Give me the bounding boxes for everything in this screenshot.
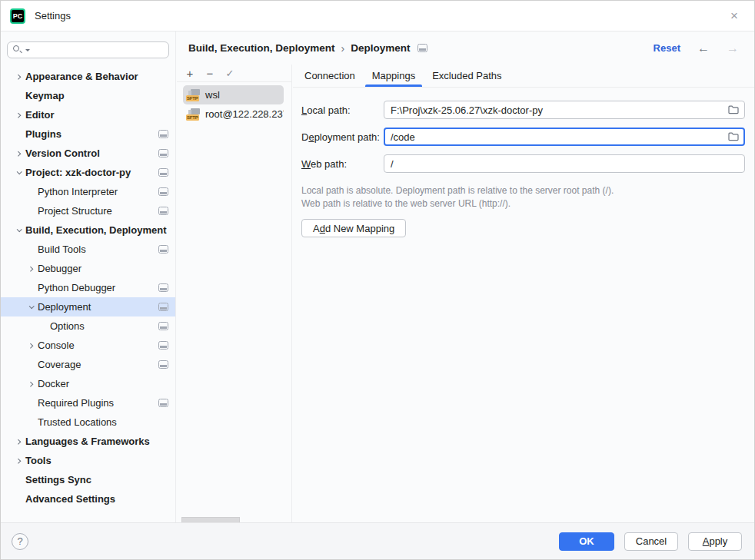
chevron-right-icon[interactable] <box>12 67 25 86</box>
settings-indicator-icon <box>158 168 168 177</box>
settings-indicator-icon <box>158 187 168 196</box>
chevron-right-icon[interactable] <box>12 144 25 163</box>
sidebar-item-appearance-behavior[interactable]: Appearance & Behavior <box>1 67 175 86</box>
settings-indicator-icon <box>158 149 168 157</box>
sidebar-item-languages-frameworks[interactable]: Languages & Frameworks <box>1 432 175 451</box>
settings-indicator-icon <box>158 399 168 407</box>
help-icon[interactable]: ? <box>12 533 28 550</box>
breadcrumb-separator-icon: › <box>341 42 345 55</box>
server-item-wsl[interactable]: SFTP wsl <box>183 85 284 104</box>
sidebar-item-required-plugins[interactable]: Required Plugins <box>1 393 175 413</box>
breadcrumb-parent[interactable]: Build, Execution, Deployment <box>188 42 335 54</box>
sidebar-item-label: Tools <box>25 455 52 466</box>
close-icon[interactable]: × <box>725 7 743 25</box>
chevron-slot <box>24 413 38 432</box>
chevron-slot <box>24 278 38 297</box>
ok-button[interactable]: OK <box>559 532 614 551</box>
title-bar: PC Settings × <box>1 1 754 31</box>
sidebar-item-trusted-locations[interactable]: Trusted Locations <box>1 413 175 432</box>
chevron-down-icon[interactable] <box>12 163 25 182</box>
chevron-slot <box>24 201 38 220</box>
web-path-label: Web path: <box>301 158 384 170</box>
settings-indicator-icon <box>158 283 168 292</box>
sidebar-item-label: Editor <box>25 109 55 121</box>
sidebar-item-options[interactable]: Options <box>1 316 175 336</box>
settings-indicator-icon <box>158 303 168 311</box>
chevron-right-icon[interactable] <box>12 451 25 470</box>
help-line-2: Web path is relative to the web server U… <box>301 197 745 210</box>
server-name: wsl <box>205 89 220 101</box>
chevron-right-icon[interactable] <box>12 432 25 451</box>
settings-indicator-icon <box>158 341 168 350</box>
use-as-default-button[interactable]: ✓ <box>220 65 240 81</box>
help-line-1: Local path is absolute. Deployment path … <box>301 184 745 197</box>
server-toolbar: + − ✓ <box>177 65 291 82</box>
add-server-button[interactable]: + <box>180 65 200 81</box>
tab-label: Mappings <box>372 70 415 81</box>
settings-sidebar: Appearance & Behavior Keymap Editor Plug… <box>1 31 176 524</box>
sidebar-item-editor[interactable]: Editor <box>1 105 175 124</box>
tab-excluded-paths[interactable]: Excluded Paths <box>424 64 510 87</box>
chevron-right-icon[interactable] <box>12 105 25 124</box>
sidebar-item-deployment[interactable]: Deployment <box>1 297 175 316</box>
browse-folder-icon[interactable] <box>727 131 740 143</box>
chevron-slot <box>24 182 38 201</box>
apply-button[interactable]: Apply <box>688 532 742 551</box>
sidebar-item-label: Version Control <box>25 147 100 159</box>
dialog-footer: ? OK Cancel Apply <box>1 522 754 559</box>
sftp-badge: SFTP <box>186 114 199 121</box>
server-list-panel: + − ✓ SFTP wsl SFTP root@122.228.237. <box>177 65 292 524</box>
sidebar-item-advanced-settings[interactable]: Advanced Settings <box>1 489 175 509</box>
chevron-down-icon[interactable] <box>24 297 38 316</box>
forward-arrow-icon[interactable]: → <box>727 41 739 55</box>
mapping-help-text: Local path is absolute. Deployment path … <box>301 184 745 210</box>
sidebar-item-settings-sync[interactable]: Settings Sync <box>1 470 175 489</box>
settings-indicator-icon <box>417 44 427 52</box>
sidebar-item-build-tools[interactable]: Build Tools <box>1 240 175 259</box>
search-icon <box>12 45 23 55</box>
local-path-label: Local path: <box>301 104 384 116</box>
add-new-mapping-button[interactable]: Add New Mapping <box>301 219 406 237</box>
sidebar-item-tools[interactable]: Tools <box>1 451 175 470</box>
sidebar-item-project-structure[interactable]: Project Structure <box>1 201 175 220</box>
search-input[interactable] <box>33 45 164 55</box>
sidebar-item-python-interpreter[interactable]: Python Interpreter <box>1 182 175 201</box>
chevron-right-icon[interactable] <box>24 259 38 278</box>
search-dropdown-caret-icon[interactable] <box>25 49 30 51</box>
pycharm-logo-icon: PC <box>10 8 25 24</box>
settings-tree: Appearance & Behavior Keymap Editor Plug… <box>1 67 175 509</box>
chevron-right-icon[interactable] <box>24 374 38 393</box>
search-box[interactable] <box>7 41 169 58</box>
local-path-input[interactable] <box>384 101 745 119</box>
remove-server-button[interactable]: − <box>200 65 220 81</box>
deployment-path-row: Deployment path: <box>301 128 745 146</box>
web-path-input[interactable] <box>384 154 745 173</box>
breadcrumb-current: Deployment <box>351 42 410 54</box>
browse-folder-icon[interactable] <box>727 104 740 116</box>
sidebar-item-debugger[interactable]: Debugger <box>1 259 175 278</box>
sidebar-item-python-debugger[interactable]: Python Debugger <box>1 278 175 297</box>
sidebar-item-keymap[interactable]: Keymap <box>1 86 175 105</box>
cancel-button[interactable]: Cancel <box>624 532 678 551</box>
sidebar-item-label: Options <box>50 320 85 332</box>
sidebar-item-project[interactable]: Project: xzk-doctor-py <box>1 163 175 182</box>
window-title: Settings <box>35 10 71 22</box>
chevron-down-icon[interactable] <box>12 220 25 240</box>
sidebar-item-build-execution-deployment[interactable]: Build, Execution, Deployment <box>1 220 175 240</box>
server-list: SFTP wsl SFTP root@122.228.237. <box>177 82 291 124</box>
sidebar-item-docker[interactable]: Docker <box>1 374 175 393</box>
sidebar-item-plugins[interactable]: Plugins <box>1 124 175 144</box>
settings-dialog: PC Settings × Appearance & Behavior Keym… <box>0 0 755 560</box>
tab-connection[interactable]: Connection <box>296 64 364 87</box>
sidebar-item-console[interactable]: Console <box>1 336 175 355</box>
sidebar-item-coverage[interactable]: Coverage <box>1 355 175 374</box>
back-arrow-icon[interactable]: ← <box>697 41 710 55</box>
deployment-path-label: Deployment path: <box>301 131 384 143</box>
chevron-right-icon[interactable] <box>24 336 38 355</box>
tab-mappings[interactable]: Mappings <box>364 64 424 87</box>
sidebar-item-version-control[interactable]: Version Control <box>1 144 175 163</box>
reset-link[interactable]: Reset <box>654 42 680 54</box>
deployment-path-input[interactable] <box>384 128 745 146</box>
chevron-slot <box>24 240 38 259</box>
server-item-root[interactable]: SFTP root@122.228.237. <box>183 104 284 124</box>
